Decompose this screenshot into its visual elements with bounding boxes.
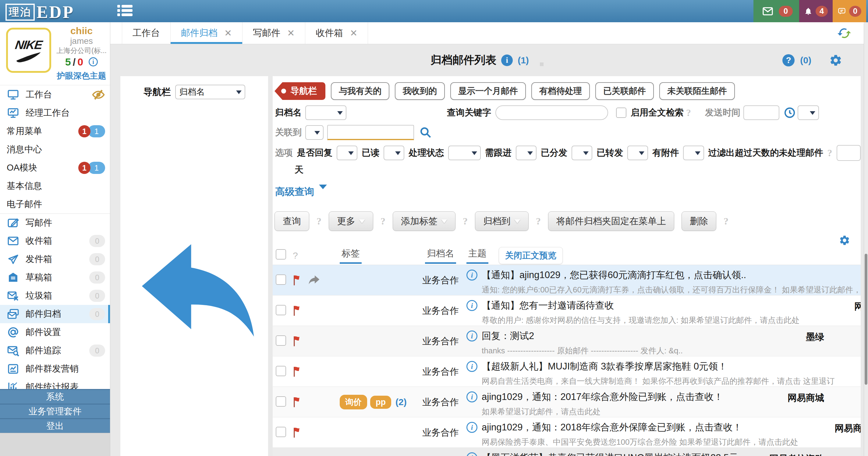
keyword-input[interactable] — [495, 105, 608, 120]
column-tag[interactable]: 标签 — [340, 247, 362, 264]
tab-mail-archive[interactable]: 邮件归档✕ — [170, 22, 243, 44]
search-icon[interactable] — [419, 126, 432, 139]
sidebar-item-mail-marketing[interactable]: 邮件群发营销 — [0, 360, 110, 378]
mail-row[interactable]: 业务合作 i【通知】ajing1029，您已获得60元滴滴打车红包，点击确认领.… — [273, 265, 861, 295]
sidebar-item-message-center[interactable]: 消息中心 — [0, 140, 110, 159]
tag-chip[interactable]: 询价 — [340, 395, 367, 410]
relate-input[interactable] — [327, 125, 414, 140]
filter-one-month[interactable]: 显示一个月邮件 — [450, 82, 526, 100]
table-settings-gear-icon[interactable] — [839, 234, 850, 246]
info-icon[interactable]: i — [466, 330, 477, 341]
row-checkbox[interactable] — [276, 427, 286, 437]
send-time-select[interactable] — [798, 105, 819, 120]
sidebar-item-drafts[interactable]: 草稿箱 0 — [0, 268, 110, 287]
avatar[interactable]: NIKE — [6, 28, 51, 73]
info-icon[interactable]: i — [466, 391, 477, 402]
forwarded-select[interactable] — [627, 145, 648, 160]
filter-related-to-me[interactable]: 与我有关的 — [331, 82, 390, 100]
filter-unlinked[interactable]: 未关联陌生邮件 — [659, 82, 735, 100]
column-subject[interactable]: 主题 — [466, 247, 488, 264]
mail-row[interactable]: 业务合作 i【通知】您有一封邀请函待查收 尊敬的用户: 感谢你对网易的信任与支持… — [273, 295, 861, 326]
mail-notification-button[interactable]: 0 — [753, 0, 799, 22]
info-icon[interactable]: i — [466, 300, 477, 311]
replied-select[interactable] — [337, 145, 358, 160]
fulltext-checkbox[interactable] — [616, 107, 626, 118]
business-suite-button[interactable]: 业务管理套件 — [0, 403, 110, 418]
sidebar-item-workbench[interactable]: 工作台 — [0, 86, 110, 104]
sidebar-item-trash[interactable]: 垃圾箱 0 — [0, 287, 110, 305]
close-preview-button[interactable]: 关闭正文预览 — [499, 247, 563, 264]
info-icon[interactable]: i — [466, 361, 477, 372]
info-icon[interactable]: i — [466, 422, 477, 433]
sidebar-item-email[interactable]: 电子邮件 — [0, 195, 110, 214]
flag-icon[interactable] — [291, 426, 304, 439]
tab-inbox[interactable]: 收件箱✕ — [305, 22, 368, 44]
tab-compose[interactable]: 写邮件✕ — [243, 22, 305, 44]
flag-icon[interactable] — [291, 304, 304, 317]
messages-button[interactable]: 0 — [833, 0, 866, 22]
info-icon[interactable]: i — [466, 269, 477, 281]
attachment-select[interactable] — [683, 145, 704, 160]
tag-chip[interactable]: pp — [370, 396, 391, 409]
read-select[interactable] — [383, 145, 404, 160]
eye-hidden-icon[interactable] — [92, 88, 105, 101]
mail-subject[interactable]: ajing1029，通知：2018年综合意外保障金已到账，点击查收！ — [482, 421, 742, 434]
advanced-query-toggle[interactable]: 高级查询 — [275, 185, 861, 199]
mail-subject[interactable]: 回复：测试2 — [482, 330, 534, 343]
relate-type-select[interactable] — [305, 125, 323, 140]
mail-subject[interactable]: ajing1029，通知：2017年综合意外险已到账，点击查收！ — [482, 391, 723, 403]
sidebar-item-outbox[interactable]: 发件箱 0 — [0, 250, 110, 268]
distributed-select[interactable] — [571, 145, 592, 160]
tab-workbench[interactable]: 工作台 — [122, 22, 170, 44]
more-button[interactable]: 更多 — [329, 211, 373, 231]
flag-icon[interactable] — [291, 274, 304, 287]
info-icon[interactable]: i — [501, 55, 513, 66]
status-select[interactable] — [448, 145, 480, 160]
settings-gear-icon[interactable] — [829, 54, 842, 67]
alerts-button[interactable]: 4 — [799, 0, 833, 22]
scrollbar-thumb[interactable] — [865, 254, 867, 385]
sidebar-item-inbox[interactable]: 收件箱 0 — [0, 232, 110, 250]
follow-up-select[interactable] — [516, 145, 536, 160]
sidebar-item-manager-workbench[interactable]: 经理工作台 — [0, 104, 110, 122]
clock-icon[interactable] — [784, 107, 796, 119]
overdue-days-input[interactable] — [837, 145, 861, 161]
row-checkbox[interactable] — [276, 366, 286, 376]
sidebar-item-mail-tracking[interactable]: 邮件追踪 0 — [0, 341, 110, 360]
sidebar-item-basic-info[interactable]: 基本信息 — [0, 177, 110, 195]
sidebar-item-compose[interactable]: 写邮件 — [0, 214, 110, 232]
row-checkbox[interactable] — [276, 396, 286, 406]
add-tag-button[interactable]: 添加标签 — [393, 211, 456, 231]
nav-mode-select[interactable]: 归档名 — [175, 85, 245, 99]
mail-row[interactable]: 业务合作 iajing1029，通知：2018年综合意外保障金已到账，点击查收！… — [273, 417, 861, 448]
archive-to-button[interactable]: 归档到 — [475, 211, 529, 231]
scrollbar[interactable] — [864, 24, 868, 456]
mail-row[interactable]: 业务合作 i【黑五洋货节】恭喜您已获得进口UNO黑岩控油洗面奶22.5元 网易考… — [273, 448, 861, 456]
mail-row[interactable]: 询价 pp (2) 业务合作 iajing1029，通知：2017年综合意外险已… — [273, 387, 861, 417]
close-icon[interactable]: ✕ — [287, 29, 294, 38]
sidebar-item-oa-module[interactable]: OA模块 11 — [0, 159, 110, 177]
help-icon[interactable]: ? — [782, 54, 795, 66]
mail-subject[interactable]: 【通知】您有一封邀请函待查收 — [482, 299, 614, 312]
row-checkbox[interactable] — [276, 305, 286, 315]
theme-link[interactable]: 护眼深色主题 — [56, 70, 106, 81]
sidebar-item-common-menu[interactable]: 常用菜单 11 — [0, 122, 110, 140]
sidebar-item-mail-archive[interactable]: 邮件归档 0 — [0, 305, 110, 323]
system-button[interactable]: 系统 — [0, 389, 110, 403]
select-all-checkbox[interactable] — [276, 249, 286, 260]
send-time-input[interactable] — [743, 105, 779, 120]
info-icon[interactable]: i — [466, 452, 477, 456]
nav-filter-active[interactable]: 导航栏 — [275, 82, 326, 100]
pin-archive-button[interactable]: 将邮件归档夹固定在菜单上 — [548, 211, 674, 231]
mail-row[interactable]: 业务合作 i回复：测试2 thanks ------------------ 原… — [273, 326, 861, 356]
info-icon[interactable]: i — [89, 57, 98, 66]
mail-subject[interactable]: 【超级新人礼】MUJI制造商 3款春季按摩居家拖鞋 0元领！ — [482, 360, 727, 373]
mail-subject[interactable]: 【通知】ajing1029，您已获得60元滴滴打车红包，点击确认领.. — [482, 269, 746, 282]
row-checkbox[interactable] — [276, 274, 286, 285]
close-icon[interactable]: ✕ — [224, 29, 232, 38]
mail-subject[interactable]: 【黑五洋货节】恭喜您已获得进口UNO黑岩控油洗面奶22.5元 — [482, 451, 738, 456]
filter-received[interactable]: 我收到的 — [395, 82, 445, 100]
back-arrow-icon[interactable] — [120, 105, 268, 456]
archive-name-select[interactable] — [305, 105, 346, 120]
filter-pending[interactable]: 有档待处理 — [531, 82, 590, 100]
